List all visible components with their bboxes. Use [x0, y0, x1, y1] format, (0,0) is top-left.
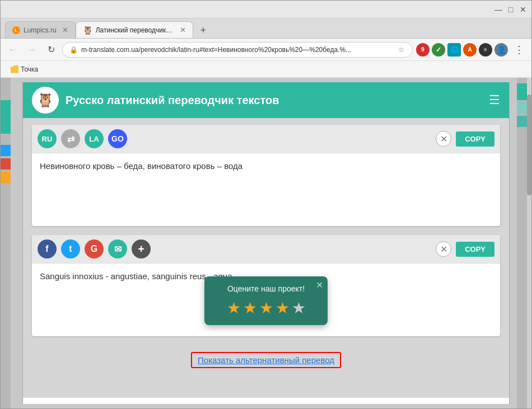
stars-container: ★ ★ ★ ★ ★ — [216, 299, 316, 317]
maximize-button[interactable]: □ — [507, 6, 515, 13]
twitter-share-button[interactable]: t — [61, 239, 80, 258]
bookmarks-bar: Точка — [1, 61, 531, 78]
lang-to-button[interactable]: LA — [85, 129, 104, 148]
input-toolbar: RU ⇄ LA GO ✕ COPY — [32, 125, 500, 153]
output-clear-button[interactable]: ✕ — [436, 241, 451, 257]
scrollbar-track[interactable] — [527, 78, 531, 408]
input-clear-button[interactable]: ✕ — [436, 131, 451, 147]
website-wrapper: 🦉 Русско латинский переводчик текстов ☰ … — [22, 82, 510, 404]
tab-close-translator[interactable]: ✕ — [180, 26, 186, 34]
go-button[interactable]: GO — [108, 129, 127, 148]
rating-popup: ✕ Оцените наш проект! ★ ★ ★ ★ ★ — [204, 276, 328, 325]
tab-favicon-translator: 🦉 — [83, 26, 92, 35]
alt-link-section: Показать альтернативный перевод — [32, 345, 500, 375]
url-icons: ☆ — [396, 45, 405, 54]
star-3[interactable]: ★ — [259, 299, 273, 317]
left-decoration — [1, 78, 11, 408]
star-icon[interactable]: ☆ — [396, 45, 405, 54]
more-share-button[interactable]: + — [132, 239, 151, 258]
ext-icon-5[interactable]: ≡ — [479, 43, 492, 57]
scrollbar-thumb[interactable] — [527, 95, 531, 195]
lang-from-button[interactable]: RU — [38, 129, 57, 148]
ext-icon-3[interactable]: 🌐 — [447, 43, 461, 57]
bookmark-label: Точка — [21, 65, 38, 73]
right-decoration — [517, 78, 527, 408]
new-tab-button[interactable]: + — [195, 22, 211, 38]
window-controls: — □ ✕ — [494, 6, 527, 13]
minimize-button[interactable]: — — [494, 6, 502, 13]
site-title: Русско латинский переводчик текстов — [66, 94, 279, 107]
tab-translator[interactable]: 🦉 Латинский переводчик - онлай... ✕ — [76, 21, 193, 38]
title-bar: — □ ✕ — [1, 1, 531, 18]
tab-favicon-lumpics: L — [12, 26, 20, 34]
lock-icon: 🔒 — [69, 46, 78, 54]
email-share-button[interactable]: ✉ — [108, 239, 127, 258]
url-bar: 🔒 m-translate.com.ua/perevodchik/latin-r… — [62, 42, 413, 58]
swap-languages-button[interactable]: ⇄ — [61, 129, 80, 148]
ext-icon-2[interactable]: ✓ — [432, 43, 445, 57]
site-logo: 🦉 — [32, 87, 59, 114]
reload-button[interactable]: ↻ — [43, 42, 59, 58]
input-text[interactable]: Невиновного кровь – беда, виноватого кро… — [32, 153, 500, 226]
browser-menu-button[interactable]: ⋮ — [511, 42, 527, 58]
tab-lumpics[interactable]: L Lumpics.ru ✕ — [5, 21, 76, 38]
owl-emoji: 🦉 — [37, 92, 54, 108]
site-header: 🦉 Русско латинский переводчик текстов ☰ — [23, 82, 509, 118]
nav-bar: ← → ↻ 🔒 m-translate.com.ua/perevodchik/l… — [1, 39, 531, 61]
rating-title: Оцените наш проект! — [216, 284, 316, 293]
site-header-left: 🦉 Русско латинский переводчик текстов — [32, 87, 279, 114]
tab-bar: L Lumpics.ru ✕ 🦉 Латинский переводчик - … — [1, 18, 531, 39]
rating-close-button[interactable]: ✕ — [316, 280, 323, 290]
main-content: RU ⇄ LA GO ✕ COPY Невиновного кровь – бе… — [23, 118, 509, 398]
google-share-button[interactable]: G — [85, 239, 104, 258]
input-copy-button[interactable]: COPY — [456, 131, 494, 147]
alt-translation-link[interactable]: Показать альтернативный перевод — [191, 352, 341, 368]
tab-label-translator: Латинский переводчик - онлай... — [96, 26, 174, 34]
back-button[interactable]: ← — [5, 42, 21, 58]
folder-icon — [11, 65, 18, 73]
ext-icon-4[interactable]: A — [463, 43, 477, 57]
star-1[interactable]: ★ — [227, 299, 241, 317]
extension-icons: 9 ✓ 🌐 A ≡ 👤 — [416, 43, 508, 57]
star-2[interactable]: ★ — [243, 299, 257, 317]
facebook-share-button[interactable]: f — [38, 239, 57, 258]
close-button[interactable]: ✕ — [519, 6, 527, 13]
output-copy-button[interactable]: COPY — [456, 242, 494, 257]
tab-label-lumpics: Lumpics.ru — [24, 26, 57, 34]
star-5[interactable]: ★ — [292, 299, 306, 317]
page-content: 🦉 Русско латинский переводчик текстов ☰ … — [1, 78, 531, 408]
star-4[interactable]: ★ — [276, 299, 290, 317]
bookmark-folder[interactable]: Точка — [7, 64, 41, 74]
ext-icon-1[interactable]: 9 — [416, 43, 430, 57]
url-text[interactable]: m-translate.com.ua/perevodchik/latin-ru#… — [81, 46, 393, 54]
output-toolbar: f t G ✉ + ✕ COPY — [32, 235, 500, 264]
forward-button[interactable]: → — [24, 42, 40, 58]
hamburger-menu-button[interactable]: ☰ — [489, 93, 500, 107]
input-translation-box: RU ⇄ LA GO ✕ COPY Невиновного кровь – бе… — [32, 125, 500, 226]
tab-close-lumpics[interactable]: ✕ — [62, 26, 68, 34]
user-avatar[interactable]: 👤 — [494, 43, 508, 57]
